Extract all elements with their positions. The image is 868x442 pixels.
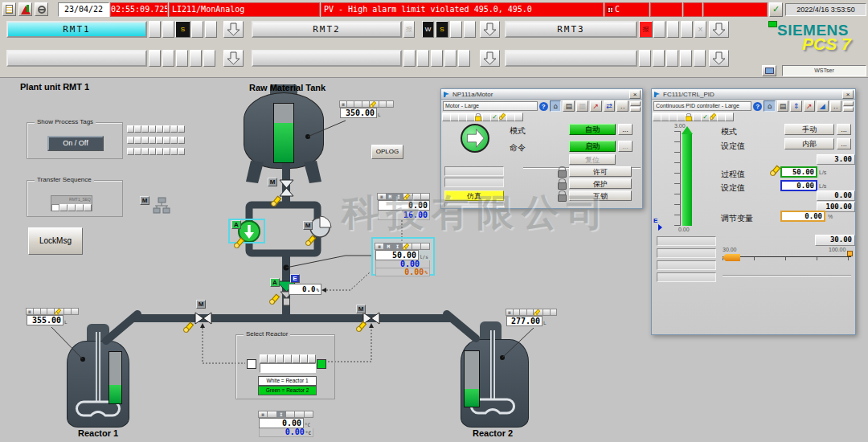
tag-cell[interactable] [134, 137, 141, 144]
nav-cell[interactable] [176, 50, 188, 67]
nav-bar-empty-2[interactable] [252, 50, 402, 67]
batch-view-icon[interactable]: ▥ [576, 100, 588, 112]
nav-cell[interactable] [203, 50, 215, 67]
seq-step-cell[interactable] [84, 204, 92, 211]
setpoint-more-button[interactable]: ... [837, 138, 851, 149]
tag-cell[interactable] [163, 125, 170, 133]
tag-cell[interactable] [149, 148, 156, 155]
reactor2-level-display[interactable]: ≡ 277.00L [506, 309, 557, 326]
tag-cell[interactable] [178, 148, 185, 155]
nav-cell[interactable] [191, 21, 203, 38]
lockmsg-button[interactable]: LockMsg [28, 227, 83, 255]
journal-icon[interactable] [2, 2, 16, 16]
rmt2-w-badge[interactable]: W [422, 21, 434, 38]
tag-cell[interactable] [134, 148, 141, 155]
window-titlebar[interactable]: FC111/CTRL_PID × [652, 89, 855, 100]
tag-cell[interactable] [141, 125, 149, 133]
selector-cell[interactable] [300, 354, 308, 363]
selector-cell[interactable] [260, 354, 268, 363]
slider-handle[interactable] [723, 254, 740, 261]
tag-cell[interactable] [127, 148, 134, 155]
nav-rmt1-button[interactable]: RMT1 [6, 21, 147, 38]
header-cell[interactable] [71, 308, 79, 315]
mode-more-button[interactable]: ... [837, 124, 851, 135]
rmt3-picture-down-button[interactable] [709, 21, 729, 38]
nav-cell[interactable] [464, 21, 476, 38]
trend-view-icon[interactable]: ↗ [804, 100, 815, 112]
close-icon[interactable]: × [842, 90, 854, 99]
selector-cell[interactable] [292, 354, 300, 363]
alarm-warning-icon[interactable] [18, 2, 32, 16]
nav-cell[interactable] [450, 21, 462, 38]
snapshot-icon[interactable] [630, 107, 641, 112]
nav-cell[interactable] [149, 50, 161, 67]
selector-cell[interactable] [308, 354, 316, 363]
tank-outlet-valve[interactable] [280, 180, 293, 196]
tag-cell[interactable] [156, 148, 163, 155]
flow-display[interactable]: ≡MI 0.00 16.00 [378, 193, 430, 220]
slider-track[interactable] [723, 256, 851, 260]
tag-cell[interactable] [170, 137, 178, 144]
nav-cell[interactable] [681, 21, 693, 38]
reactor2-select-square[interactable] [317, 359, 326, 369]
simulation-button[interactable]: 仿真 [444, 190, 504, 201]
user-login-button[interactable] [762, 65, 776, 76]
setpoint-source-button[interactable]: 内部 [784, 138, 834, 149]
limits-view-icon[interactable]: ⇕ [790, 100, 801, 112]
reactor1-select-square[interactable] [247, 359, 256, 369]
rmt3-x-badge[interactable]: X [694, 21, 706, 38]
valve-position-field[interactable]: 0.0% [289, 284, 321, 295]
nav-down-button-2[interactable] [480, 50, 500, 67]
sp-field[interactable]: 0.00 [780, 180, 817, 191]
window-titlebar[interactable]: NP111a/Motor × [441, 89, 642, 100]
selector-input[interactable] [260, 363, 316, 373]
seq-step-cell[interactable] [59, 204, 68, 211]
nav-rmt3-button[interactable]: RMT3 [505, 21, 637, 38]
nav-cell[interactable] [205, 21, 217, 38]
nav-cell[interactable] [680, 50, 692, 67]
tag-cell[interactable] [127, 137, 134, 144]
rmt1-s-badge[interactable]: S [175, 21, 190, 38]
tag-cell[interactable] [163, 148, 170, 155]
pin-icon[interactable] [630, 101, 641, 106]
nav-bar-empty-3[interactable] [505, 50, 637, 67]
nav-cell[interactable] [162, 50, 174, 67]
seq-step-cell[interactable] [51, 204, 59, 211]
seq-step-cell[interactable] [76, 204, 84, 211]
transfer-view-icon[interactable]: ⇄ [604, 100, 616, 112]
tag-cell[interactable] [170, 125, 178, 133]
header-cell[interactable] [420, 243, 430, 250]
nav-cell[interactable] [149, 21, 161, 38]
selector-cell[interactable] [284, 354, 292, 363]
on-off-button[interactable]: On / Off [47, 136, 104, 151]
header-cell[interactable] [304, 411, 313, 418]
ack-checkmark-button[interactable]: ✓ [769, 2, 783, 17]
tag-cell[interactable] [163, 137, 170, 144]
nav-cell[interactable] [458, 50, 470, 67]
close-icon[interactable]: × [629, 90, 641, 99]
nav-down-button-1[interactable] [223, 50, 244, 67]
seq-step-cell[interactable] [68, 204, 76, 211]
tag-cell[interactable] [178, 125, 185, 133]
temperature-display[interactable]: ≡I 0.00°C 0.00°C [259, 411, 313, 437]
header-cell[interactable] [386, 100, 394, 108]
tag-cell[interactable] [178, 137, 185, 144]
tag-cell[interactable] [134, 125, 141, 133]
pin-icon[interactable] [843, 101, 854, 106]
nav-down-button-3[interactable] [709, 50, 729, 67]
nav-cell[interactable] [667, 21, 679, 38]
selector-cell[interactable] [268, 354, 276, 363]
oplog-button[interactable]: OPLOG [371, 145, 403, 159]
more-views-icon[interactable]: ‥ [616, 100, 628, 112]
nav-cell[interactable] [666, 50, 678, 67]
note-view-icon[interactable]: ▤ [563, 100, 575, 112]
mode-button[interactable]: 手动 [784, 124, 834, 135]
command-more-button[interactable]: ... [618, 141, 633, 152]
mode-button[interactable]: 自动 [569, 124, 616, 135]
tag-cell[interactable] [170, 148, 178, 155]
tag-cell[interactable] [149, 137, 156, 144]
flow-controller-display[interactable]: ≡MI 50.00l/s 0.00 0.00% [375, 243, 430, 276]
header-cell[interactable] [550, 309, 558, 316]
tag-cell[interactable] [149, 125, 156, 133]
command-button[interactable]: 启动 [569, 141, 616, 152]
